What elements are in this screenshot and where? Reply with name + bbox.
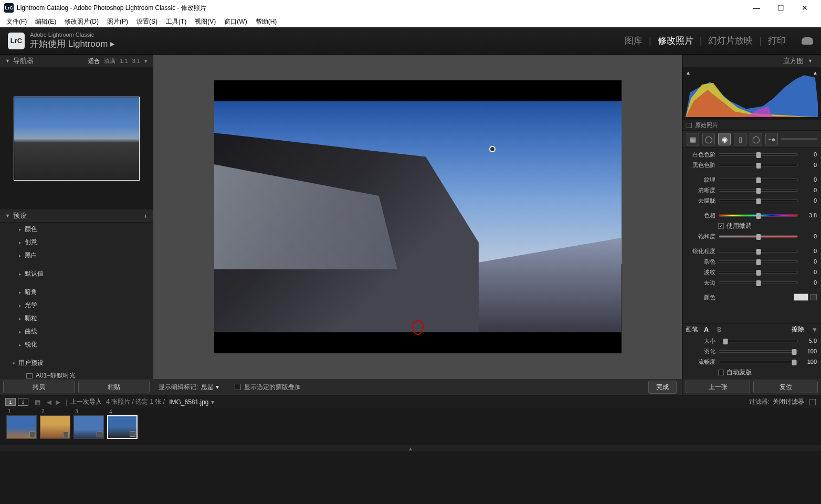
preset-group[interactable]: 暗角 — [0, 286, 153, 299]
menu-bar: 文件(F) 编辑(E) 修改照片(D) 照片(P) 设置(S) 工具(T) 视图… — [0, 16, 821, 27]
menu-help[interactable]: 帮助(H) — [251, 16, 281, 27]
menu-edit[interactable]: 编辑(E) — [31, 16, 60, 27]
preset-user-group[interactable]: 用户预设 — [0, 356, 153, 370]
brush-header: 画笔: A B 擦除 ▼ — [682, 323, 821, 335]
preset-group[interactable]: 颜色 — [0, 223, 153, 236]
menu-file[interactable]: 文件(F) — [2, 16, 31, 27]
brush-feather-slider[interactable] — [719, 350, 798, 353]
brush-size-slider[interactable] — [719, 340, 798, 342]
redeye-tool[interactable]: ◉ — [718, 133, 731, 145]
module-slideshow[interactable]: 幻灯片放映 — [708, 35, 753, 47]
menu-view[interactable]: 视图(V) — [191, 16, 220, 27]
brush-tool[interactable]: ⁃● — [765, 133, 778, 145]
logo-icon: LrC — [8, 33, 25, 49]
white-slider[interactable] — [719, 153, 798, 156]
getting-started[interactable]: 开始使用 Lightroom ▸ — [30, 38, 115, 50]
preset-group[interactable]: 黑白 — [0, 249, 153, 262]
add-preset-icon[interactable]: + — [143, 212, 148, 220]
filter-dropdown[interactable]: 关闭过滤器 — [773, 397, 804, 406]
minimize-button[interactable]: — — [744, 0, 769, 16]
menu-develop[interactable]: 修改照片(D) — [60, 16, 103, 27]
product-name: Adobe Lightroom Classic — [30, 32, 115, 38]
sharpness-slider[interactable] — [719, 250, 798, 253]
preset-group[interactable]: 光学 — [0, 299, 153, 312]
brush-erase[interactable]: 擦除 — [787, 324, 808, 334]
menu-photo[interactable]: 照片(P) — [103, 16, 132, 27]
color-cancel-icon[interactable] — [811, 294, 817, 300]
editmark-dropdown[interactable]: 总是 ▾ — [201, 383, 218, 392]
dehaze-slider[interactable] — [719, 200, 798, 202]
adjustment-pin[interactable] — [489, 146, 496, 152]
original-photo-row[interactable]: 原始照片 — [682, 120, 821, 131]
navigator-preview[interactable] — [0, 68, 153, 209]
thumbnail[interactable]: 3 — [73, 415, 104, 439]
thumbnail[interactable]: 1 — [6, 415, 37, 439]
identity-plate: LrC Adobe Lightroom Classic 开始使用 Lightro… — [0, 27, 821, 55]
defringe-slider[interactable] — [719, 281, 798, 284]
noise-slider[interactable] — [719, 260, 798, 263]
preset-group[interactable]: 锐化 — [0, 338, 153, 351]
overlay-checkbox[interactable] — [235, 384, 241, 390]
preset-user-item[interactable]: A01–静默时光 — [0, 370, 153, 379]
window-titlebar: LrC Lightroom Catalog - Adobe Photoshop … — [0, 0, 821, 16]
presets-header[interactable]: ▼预设 + — [0, 209, 153, 223]
zoom-fill[interactable]: 填满 — [104, 57, 115, 65]
preset-group[interactable]: 曲线 — [0, 325, 153, 338]
app-icon: LrC — [4, 3, 14, 13]
histogram[interactable]: ▲ ▲ — [682, 68, 821, 120]
nav-back-icon[interactable]: ◀ — [47, 398, 51, 406]
preset-defaults[interactable]: 默认值 — [0, 267, 153, 280]
paste-button[interactable]: 粘贴 — [78, 381, 150, 393]
maximize-button[interactable]: ☐ — [769, 0, 793, 16]
preset-group[interactable]: 创意 — [0, 236, 153, 249]
previous-button[interactable]: 上一张 — [686, 381, 750, 393]
panel-expand-handle[interactable]: ▴ — [0, 445, 821, 452]
module-library[interactable]: 图库 — [625, 35, 643, 47]
hue-slider[interactable] — [719, 214, 798, 217]
monitor-1[interactable]: 1 — [5, 398, 16, 406]
source-label[interactable]: 上一次导入 — [70, 397, 102, 406]
thumbnail-selected[interactable]: 4 — [107, 415, 138, 439]
black-slider[interactable] — [719, 164, 798, 166]
crop-tool[interactable]: ▦ — [687, 133, 699, 145]
moire-slider[interactable] — [719, 271, 798, 274]
done-button[interactable]: 完成 — [648, 381, 677, 394]
window-title: Lightroom Catalog - Adobe Photoshop Ligh… — [17, 4, 206, 13]
zoom-3-1[interactable]: 3:1 — [132, 58, 140, 64]
menu-settings[interactable]: 设置(S) — [132, 16, 162, 27]
finetune-checkbox[interactable]: ✓ — [718, 223, 724, 229]
filter-lock-icon[interactable] — [809, 399, 816, 405]
tool-slider[interactable] — [781, 138, 817, 140]
color-swatch[interactable] — [794, 293, 808, 301]
cloud-icon[interactable] — [802, 37, 813, 45]
grid-view-icon[interactable]: ▦ — [35, 398, 40, 406]
thumbnail[interactable]: 2 — [40, 415, 70, 439]
preset-group[interactable]: 颗粒 — [0, 312, 153, 325]
menu-window[interactable]: 窗口(W) — [220, 16, 251, 27]
nav-fwd-icon[interactable]: ▶ — [56, 398, 60, 406]
histogram-header[interactable]: 直方图▼ — [682, 55, 821, 68]
brush-flow-slider[interactable] — [719, 361, 798, 363]
navigator-header[interactable]: ▼导航器 适合 填满 1:1 3:1 ▾ — [0, 55, 153, 68]
reset-button[interactable]: 复位 — [753, 381, 818, 393]
brush-a[interactable]: A — [700, 326, 713, 334]
filmstrip-header: 1 2 ▦ ◀ ▶ | 上一次导入 4 张照片 / 选定 1 张 / IMG_6… — [0, 395, 821, 408]
automask-checkbox[interactable] — [718, 370, 724, 375]
copy-button[interactable]: 拷贝 — [3, 381, 75, 393]
watermark-icon — [412, 320, 424, 335]
menu-tools[interactable]: 工具(T) — [162, 16, 191, 27]
gradient-tool[interactable]: ▯ — [734, 133, 746, 145]
image-canvas[interactable] — [153, 55, 682, 379]
radial-tool[interactable]: ◯ — [750, 133, 762, 145]
module-print[interactable]: 打印 — [768, 35, 786, 47]
texture-slider[interactable] — [719, 178, 798, 181]
zoom-fit[interactable]: 适合 — [88, 57, 100, 65]
clarity-slider[interactable] — [719, 189, 798, 192]
module-develop[interactable]: 修改照片 — [658, 35, 693, 47]
monitor-2[interactable]: 2 — [18, 398, 28, 406]
zoom-1-1[interactable]: 1:1 — [120, 58, 128, 64]
spot-tool[interactable]: ◯ — [702, 133, 715, 145]
brush-b[interactable]: B — [713, 326, 725, 334]
close-button[interactable]: ✕ — [793, 0, 817, 16]
saturation-slider[interactable] — [719, 235, 798, 238]
